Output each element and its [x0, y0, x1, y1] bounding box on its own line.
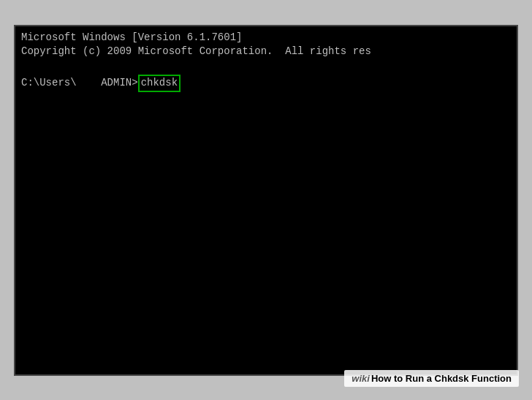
cmd-content: Microsoft Windows [Version 6.1.7601] Cop… [15, 26, 517, 97]
screenshot-container: Microsoft Windows [Version 6.1.7601] Cop… [0, 0, 532, 400]
watermark: wiki How to Run a Chkdsk Function [344, 370, 519, 387]
cmd-prompt-line: C:\Users\ ADMIN> chkdsk [21, 75, 511, 92]
watermark-wiki-text: wiki [352, 373, 370, 384]
cmd-line-1: Microsoft Windows [Version 6.1.7601] [21, 31, 511, 45]
cmd-window: Microsoft Windows [Version 6.1.7601] Cop… [14, 25, 518, 376]
cmd-prompt-text: C:\Users\ ADMIN> [21, 76, 138, 91]
cmd-line-3 [21, 59, 511, 74]
watermark-how-text: How to Run a Chkdsk Function [371, 373, 512, 384]
cmd-command[interactable]: chkdsk [138, 75, 180, 92]
cmd-line-2: Copyright (c) 2009 Microsoft Corporation… [21, 45, 511, 59]
